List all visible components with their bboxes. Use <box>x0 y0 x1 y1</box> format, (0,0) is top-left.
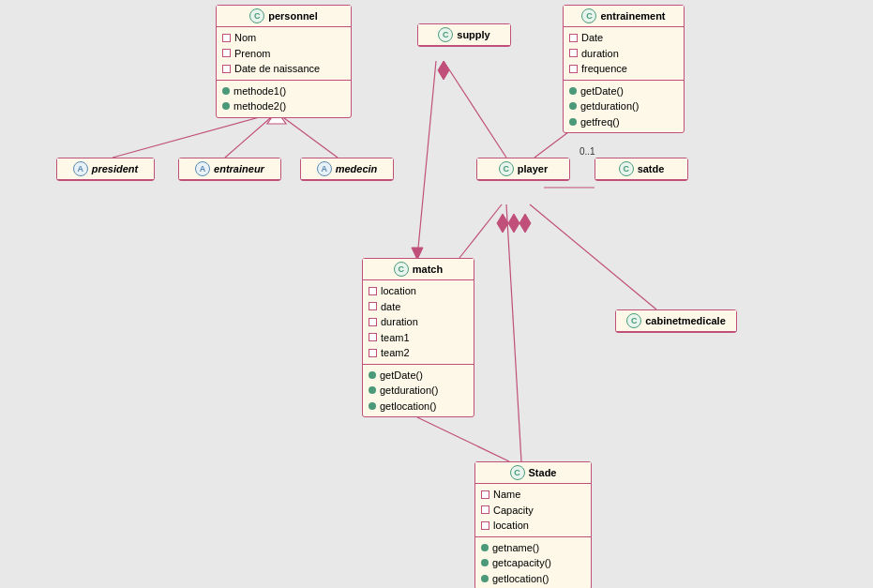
method-row: getduration() <box>369 383 468 399</box>
attr-row: date <box>369 299 468 315</box>
attr-row: location <box>481 518 585 534</box>
method-icon <box>481 559 489 566</box>
method-icon <box>222 102 230 110</box>
svg-line-0 <box>113 113 277 158</box>
attr-row: duration <box>369 314 468 330</box>
class-player-header: C player <box>477 158 569 180</box>
attr-icon <box>369 333 377 341</box>
class-entraineur[interactable]: A entraineur <box>178 158 281 181</box>
class-stade-methods: getname() getcapacity() getlocation() <box>475 537 591 589</box>
stereotype-icon: C <box>619 161 634 176</box>
svg-line-6 <box>417 61 436 258</box>
class-personnel[interactable]: C personnel Nom Prenom Date de naissance… <box>216 5 352 118</box>
class-stade-header: C Stade <box>475 462 591 484</box>
class-entraineur-header: A entraineur <box>179 158 280 180</box>
class-cabinetmedicale-header: C cabinetmedicale <box>616 310 736 332</box>
method-icon <box>481 575 489 582</box>
attr-icon <box>569 49 578 57</box>
class-supply[interactable]: C supply <box>417 23 511 47</box>
class-personnel-header: C personnel <box>217 6 351 27</box>
method-row: getcapacity() <box>481 555 585 571</box>
attr-row: duration <box>569 46 678 62</box>
diagram-area: 1..* 0..1 C personnel Nom Prenom Date de… <box>0 0 873 588</box>
attr-row: Date de naissance <box>222 61 345 77</box>
class-personnel-methods: methode1() methode2() <box>217 81 351 117</box>
class-match-methods: getDate() getduration() getlocation() <box>363 365 474 417</box>
class-entrainement-attrs: Date duration frequence <box>564 27 684 81</box>
method-icon <box>369 371 376 379</box>
class-entrainement-header: C entrainement <box>564 6 684 27</box>
attr-icon <box>222 65 231 73</box>
attr-icon <box>481 490 489 499</box>
attr-row: team1 <box>369 330 468 346</box>
class-match-attrs: location date duration team1 team2 <box>363 280 474 365</box>
attr-icon <box>569 65 578 73</box>
svg-line-10 <box>506 204 521 461</box>
method-row: getfreq() <box>569 114 678 130</box>
attr-row: Date <box>569 30 678 46</box>
attr-row: Capacity <box>481 503 585 519</box>
class-medecin-header: A medecin <box>301 158 393 180</box>
attr-icon <box>369 287 377 295</box>
class-personnel-attrs: Nom Prenom Date de naissance <box>217 27 351 81</box>
svg-text:0..1: 0..1 <box>579 146 595 157</box>
class-cabinetmedicale[interactable]: C cabinetmedicale <box>615 309 737 333</box>
stereotype-icon: C <box>394 262 409 277</box>
class-satde-header: C satde <box>595 158 687 180</box>
method-row: getduration() <box>569 98 678 114</box>
class-supply-header: C supply <box>418 24 510 46</box>
attr-row: Name <box>481 487 585 503</box>
svg-marker-5 <box>438 61 449 80</box>
class-medecin[interactable]: A medecin <box>300 158 394 181</box>
method-icon <box>569 118 577 126</box>
svg-line-11 <box>530 204 656 309</box>
stereotype-icon: C <box>499 161 514 176</box>
class-match-header: C match <box>363 259 474 280</box>
class-player[interactable]: C player <box>476 158 570 181</box>
attr-row: team2 <box>369 345 468 361</box>
attr-row: frequence <box>569 61 678 77</box>
attr-icon <box>481 505 489 514</box>
attr-icon <box>569 34 578 42</box>
class-stade[interactable]: C Stade Name Capacity location getname()… <box>474 461 592 588</box>
method-icon <box>222 87 230 95</box>
attr-icon <box>369 349 377 357</box>
method-row: getlocation() <box>481 571 585 587</box>
attr-row: location <box>369 283 468 299</box>
method-icon <box>569 87 577 95</box>
attr-icon <box>481 521 489 530</box>
svg-line-4 <box>444 61 506 158</box>
svg-marker-15 <box>497 214 508 233</box>
method-row: getlocation() <box>369 399 468 415</box>
svg-marker-16 <box>508 214 519 233</box>
svg-line-9 <box>459 204 502 258</box>
method-icon <box>569 102 577 110</box>
class-president[interactable]: A president <box>56 158 155 181</box>
method-row: methode2() <box>222 98 345 114</box>
method-icon <box>481 544 489 551</box>
stereotype-icon: C <box>249 8 264 23</box>
class-satde[interactable]: C satde <box>595 158 688 181</box>
stereotype-icon: C <box>438 27 453 42</box>
attr-icon <box>222 34 231 42</box>
class-entrainement[interactable]: C entrainement Date duration frequence g… <box>563 5 685 133</box>
class-stade-attrs: Name Capacity location <box>475 484 591 537</box>
stereotype-icon: A <box>317 161 332 176</box>
stereotype-icon: A <box>195 161 210 176</box>
attr-row: Prenom <box>222 46 345 62</box>
svg-marker-17 <box>519 214 531 233</box>
attr-icon <box>369 302 377 310</box>
svg-line-13 <box>417 417 509 461</box>
method-row: methode1() <box>222 83 345 99</box>
attr-icon <box>369 318 377 326</box>
method-row: getname() <box>481 540 585 556</box>
method-icon <box>369 402 376 410</box>
svg-line-2 <box>277 113 338 158</box>
class-match[interactable]: C match location date duration team1 tea… <box>362 258 474 417</box>
attr-row: Nom <box>222 30 345 46</box>
attr-icon <box>222 49 231 57</box>
svg-line-1 <box>225 113 277 158</box>
method-icon <box>369 386 376 394</box>
stereotype-icon: A <box>73 161 88 176</box>
class-entrainement-methods: getDate() getduration() getfreq() <box>564 81 684 133</box>
